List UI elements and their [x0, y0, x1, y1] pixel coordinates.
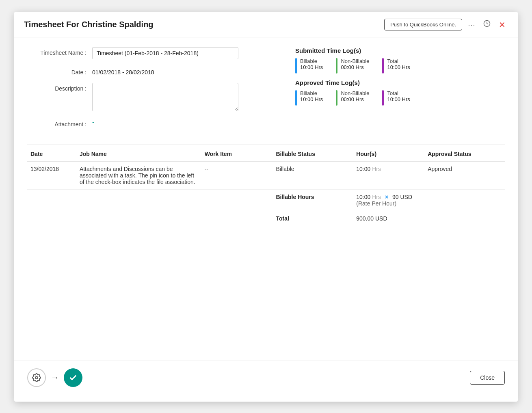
close-button[interactable]: Close: [470, 371, 505, 385]
col-billable-status: Billable Status: [272, 147, 353, 162]
submitted-total-label: Total: [387, 58, 410, 64]
table-header-row: Date Job Name Work Item Billable Status …: [27, 147, 505, 162]
approve-button[interactable]: [64, 368, 82, 387]
approved-total-label: Total: [387, 90, 410, 96]
submitted-total: Total 10:00 Hrs: [382, 58, 410, 74]
submitted-billable-label: Billable: [300, 58, 323, 64]
submitted-time-log-row: Billable 10:00 Hrs Non-Billable 00:00 Hr…: [295, 58, 505, 74]
section-divider: [27, 145, 505, 145]
date-row: Date : 01/02/2018 - 28/02/2018: [27, 67, 279, 76]
multiply-icon: ×: [385, 194, 388, 200]
table-row: 13/02/2018 Attachments and Discussions c…: [27, 161, 505, 189]
billable-hours-summary-row: Billable Hours 10:00 Hrs × 90 USD (Rate …: [27, 189, 505, 211]
gear-button[interactable]: [27, 368, 46, 387]
total-label: Total: [276, 215, 289, 222]
history-icon: [483, 20, 491, 29]
submitted-title: Submitted Time Log(s): [295, 47, 505, 54]
billable-hours-unit: Hrs: [372, 194, 381, 200]
submitted-total-hours: 10:00 Hrs: [387, 64, 410, 70]
cell-billable-status: Billable: [272, 161, 353, 189]
submitted-billable: Billable 10:00 Hrs: [295, 58, 323, 74]
submitted-non-billable: Non-Billable 00:00 Hrs: [336, 58, 369, 74]
approved-billable: Billable 10:00 Hrs: [295, 90, 323, 106]
approved-non-billable-bar: [336, 90, 337, 106]
form-left: Timesheet Name : Date : 01/02/2018 - 28/…: [27, 47, 279, 135]
form-right: Submitted Time Log(s) Billable 10:00 Hrs: [295, 47, 505, 135]
form-section: Timesheet Name : Date : 01/02/2018 - 28/…: [27, 47, 505, 135]
push-qbo-button[interactable]: Push to QuickBooks Online.: [384, 19, 462, 30]
table-header: Date Job Name Work Item Billable Status …: [27, 147, 505, 162]
close-icon: ✕: [499, 20, 506, 30]
submitted-non-billable-hours: 00:00 Hrs: [341, 64, 369, 70]
footer-left: →: [27, 368, 82, 387]
col-job-name: Job Name: [76, 147, 201, 162]
billable-hours-val: 10:00: [356, 194, 370, 200]
rate-value: 90: [392, 194, 399, 200]
svg-point-1: [35, 376, 38, 379]
non-billable-bar: [336, 58, 337, 74]
rate-label: (Rate Per Hour): [356, 200, 396, 207]
timesheet-name-input[interactable]: [92, 47, 238, 59]
hours-unit: Hrs: [372, 166, 381, 172]
submitted-non-billable-label: Non-Billable: [341, 58, 369, 64]
approved-time-log-row: Billable 10:00 Hrs Non-Billable 00:00 Hr…: [295, 90, 505, 106]
col-hours: Hour(s): [353, 147, 424, 162]
history-button[interactable]: [481, 18, 493, 31]
col-date: Date: [27, 147, 76, 162]
approved-total: Total 10:00 Hrs: [382, 90, 410, 106]
approved-title: Approved Time Log(s): [295, 79, 505, 86]
modal-title: Timesheet For Christine Spalding: [24, 20, 154, 29]
timesheet-name-row: Timesheet Name :: [27, 47, 279, 59]
submitted-total-bar: [382, 58, 384, 74]
cell-date: 13/02/2018: [27, 161, 76, 189]
approved-billable-bar: [295, 90, 297, 106]
date-value: 01/02/2018 - 28/02/2018: [92, 67, 279, 76]
billable-hours-summary-cell: 10:00 Hrs × 90 USD (Rate Per Hour): [353, 189, 424, 211]
arrow-icon: →: [51, 373, 59, 382]
header-actions: Push to QuickBooks Online. ⋯ ✕: [384, 18, 508, 31]
attachment-row: Attachment : -: [27, 119, 279, 128]
timesheet-modal: Timesheet For Christine Spalding Push to…: [14, 12, 518, 402]
approved-billable-hours: 10:00 Hrs: [300, 96, 323, 102]
approved-time-log-section: Approved Time Log(s) Billable 10:00 Hrs: [295, 79, 505, 106]
billable-hours-label: Billable Hours: [276, 194, 314, 200]
attachment-link[interactable]: -: [92, 119, 94, 125]
approved-non-billable: Non-Billable 00:00 Hrs: [336, 90, 369, 106]
hours-value: 10:00: [356, 166, 370, 172]
date-label: Date :: [27, 67, 92, 76]
cell-job-name: Attachments and Discussions can be assoc…: [76, 161, 201, 189]
submitted-billable-hours: 10:00 Hrs: [300, 64, 323, 70]
more-options-button[interactable]: ⋯: [465, 19, 478, 31]
cell-approval-status: Approved: [424, 161, 505, 189]
billable-bar: [295, 58, 297, 74]
modal-footer: → Close: [14, 361, 518, 394]
description-label: Description :: [27, 83, 92, 92]
approved-total-hours: 10:00 Hrs: [387, 96, 410, 102]
table-body: 13/02/2018 Attachments and Discussions c…: [27, 161, 505, 226]
attachment-label: Attachment :: [27, 119, 92, 128]
rate-currency: USD: [400, 194, 412, 200]
submitted-time-log-section: Submitted Time Log(s) Billable 10:00 Hrs: [295, 47, 505, 74]
description-input[interactable]: [92, 83, 238, 111]
close-x-button[interactable]: ✕: [496, 18, 508, 31]
cell-hours: 10:00 Hrs: [353, 161, 424, 189]
approved-non-billable-hours: 00:00 Hrs: [341, 96, 369, 102]
timesheet-table: Date Job Name Work Item Billable Status …: [27, 147, 505, 226]
timesheet-name-label: Timesheet Name :: [27, 47, 92, 56]
more-options-icon: ⋯: [468, 20, 475, 29]
modal-header: Timesheet For Christine Spalding Push to…: [14, 12, 518, 37]
col-approval-status: Approval Status: [424, 147, 505, 162]
approved-billable-label: Billable: [300, 90, 323, 96]
col-work-item: Work Item: [201, 147, 273, 162]
check-icon: [69, 373, 78, 382]
approved-total-bar: [382, 90, 384, 106]
cell-work-item: --: [201, 161, 273, 189]
approved-non-billable-label: Non-Billable: [341, 90, 369, 96]
description-row: Description :: [27, 83, 279, 111]
modal-body: Timesheet Name : Date : 01/02/2018 - 28/…: [14, 37, 518, 354]
total-value: 900.00 USD: [356, 215, 387, 222]
gear-icon: [32, 373, 41, 382]
total-summary-row: Total 900.00 USD: [27, 211, 505, 226]
